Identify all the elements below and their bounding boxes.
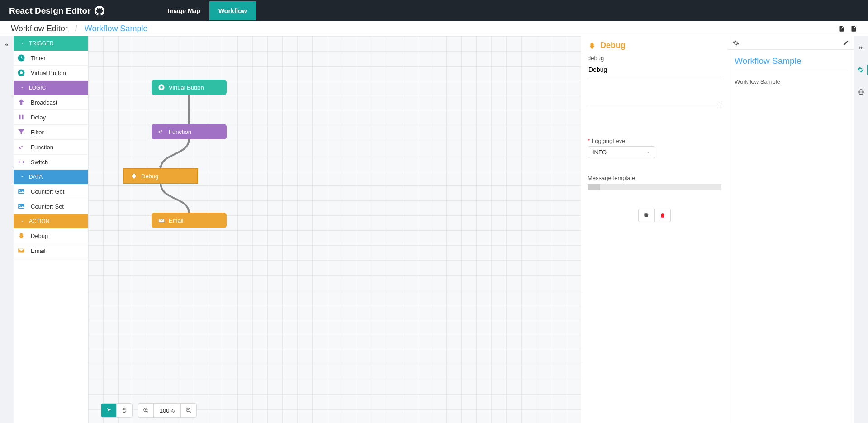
- panel-header-trigger[interactable]: TRIGGER: [14, 36, 88, 51]
- broadcast-icon: [17, 98, 25, 106]
- function-icon: x²: [17, 143, 25, 151]
- properties-panel: Debug debug *LoggingLevel INFO MessageTe…: [581, 36, 728, 423]
- node-function[interactable]: x² Function: [152, 124, 227, 139]
- node-label: Email: [169, 217, 184, 224]
- sidebar-item-label: Delay: [31, 114, 46, 121]
- panel-title: LOGIC: [29, 85, 46, 91]
- upload-icon[interactable]: [850, 25, 857, 32]
- sidebar-item-switch[interactable]: Switch: [14, 155, 88, 170]
- sidebar-item-label: Timer: [31, 55, 46, 62]
- rail-settings[interactable]: [854, 65, 868, 75]
- sidebar-item-function[interactable]: x² Function: [14, 140, 88, 155]
- copy-icon: [643, 212, 650, 219]
- download-icon[interactable]: [838, 25, 845, 32]
- right-rail: [854, 36, 868, 423]
- pan-tool-button[interactable]: [117, 404, 132, 417]
- zoom-in-icon: [143, 407, 149, 413]
- clock-icon: [17, 54, 25, 62]
- sidebar-item-label: Function: [31, 144, 53, 151]
- panel-header-data[interactable]: DATA: [14, 170, 88, 184]
- svg-point-2: [20, 71, 23, 74]
- sidebar-item-broadcast[interactable]: Broadcast: [14, 95, 88, 110]
- sidebar-item-filter[interactable]: Filter: [14, 125, 88, 140]
- image-icon: [17, 202, 25, 210]
- canvas[interactable]: Virtual Button x² Function Debug Email 1…: [88, 36, 581, 423]
- brand-title: React Design Editor: [9, 6, 91, 16]
- gear-icon: [857, 67, 864, 73]
- collapse-left-icon[interactable]: [4, 42, 10, 48]
- sidebar-item-label: Counter: Get: [31, 188, 64, 195]
- hand-icon: [121, 407, 128, 413]
- sidebar-item-virtual-button[interactable]: Virtual Button: [14, 66, 88, 81]
- node-email[interactable]: Email: [152, 213, 227, 228]
- brand: React Design Editor: [9, 6, 104, 16]
- tab-image-map[interactable]: Image Map: [159, 1, 209, 20]
- sidebar-item-email[interactable]: Email: [14, 243, 88, 258]
- node-virtual-button[interactable]: Virtual Button: [152, 80, 227, 95]
- collapse-right-icon: [858, 44, 864, 51]
- svg-rect-25: [645, 214, 648, 217]
- nav-tabs: Image Map Workflow: [159, 1, 256, 20]
- bug-icon: [17, 232, 25, 240]
- logging-level-label: *LoggingLevel: [588, 138, 721, 144]
- gear-icon[interactable]: [733, 40, 739, 46]
- pause-icon: [17, 113, 25, 121]
- properties-title-text: Debug: [600, 41, 626, 50]
- node-label: Function: [169, 128, 191, 135]
- chevron-down-icon: [20, 41, 24, 46]
- message-template-input[interactable]: [588, 184, 721, 190]
- zoom-group: 100%: [138, 403, 197, 418]
- svg-line-19: [147, 411, 148, 413]
- svg-point-9: [19, 205, 20, 206]
- properties-title: Debug: [588, 41, 721, 50]
- rail-collapse[interactable]: [854, 43, 868, 53]
- svg-point-15: [160, 86, 162, 88]
- description-textarea[interactable]: [588, 79, 721, 106]
- clone-button[interactable]: [638, 209, 655, 222]
- breadcrumb-current: Workflow Sample: [85, 24, 148, 33]
- dot-icon: [17, 69, 25, 77]
- svg-line-23: [190, 411, 191, 413]
- node-debug[interactable]: Debug: [123, 168, 198, 184]
- sidebar-item-label: Filter: [31, 129, 44, 136]
- sidebar-item-label: Debug: [31, 233, 48, 239]
- breadcrumb-root[interactable]: Workflow Editor: [11, 24, 68, 33]
- globe-icon: [858, 89, 864, 95]
- bug-icon: [588, 41, 597, 50]
- app-header: React Design Editor Image Map Workflow: [0, 0, 868, 21]
- logging-level-select[interactable]: INFO: [588, 146, 655, 158]
- sidebar-item-delay[interactable]: Delay: [14, 110, 88, 125]
- breadcrumb-sep: /: [75, 24, 77, 33]
- select-tool-button[interactable]: [101, 404, 117, 417]
- image-icon: [17, 187, 25, 195]
- sidebar-item-label: Counter: Set: [31, 203, 64, 210]
- chevron-down-icon: [20, 86, 24, 90]
- panel-header-action[interactable]: ACTION: [14, 214, 88, 228]
- sidebar-item-timer[interactable]: Timer: [14, 51, 88, 66]
- svg-text:x²: x²: [158, 129, 162, 134]
- name-input[interactable]: [588, 63, 721, 76]
- sidebar-item-counter-set[interactable]: Counter: Set: [14, 199, 88, 214]
- breadcrumb-actions: [838, 25, 857, 32]
- sidebar-item-label: Switch: [31, 159, 48, 166]
- node-label: Debug: [141, 173, 158, 180]
- node-label: Virtual Button: [169, 84, 204, 91]
- inspector-title: Workflow Sample: [735, 56, 847, 71]
- sidebar-collapse-strip: [0, 36, 14, 423]
- zoom-in-button[interactable]: [138, 404, 154, 417]
- panel-title: DATA: [29, 174, 43, 180]
- sidebar-item-counter-get[interactable]: Counter: Get: [14, 184, 88, 199]
- svg-point-7: [19, 190, 20, 191]
- svg-text:x²: x²: [19, 145, 23, 150]
- github-icon[interactable]: [95, 6, 104, 16]
- delete-button[interactable]: [655, 209, 671, 222]
- tab-workflow[interactable]: Workflow: [209, 1, 256, 20]
- sidebar-item-debug[interactable]: Debug: [14, 228, 88, 243]
- rail-globe[interactable]: [854, 87, 868, 97]
- zoom-out-button[interactable]: [181, 404, 196, 417]
- chevron-down-icon: [646, 150, 650, 155]
- panel-header-logic[interactable]: LOGIC: [14, 81, 88, 95]
- edit-icon[interactable]: [843, 40, 849, 46]
- inspector-header: [728, 36, 854, 50]
- sidebar-item-label: Virtual Button: [31, 70, 66, 76]
